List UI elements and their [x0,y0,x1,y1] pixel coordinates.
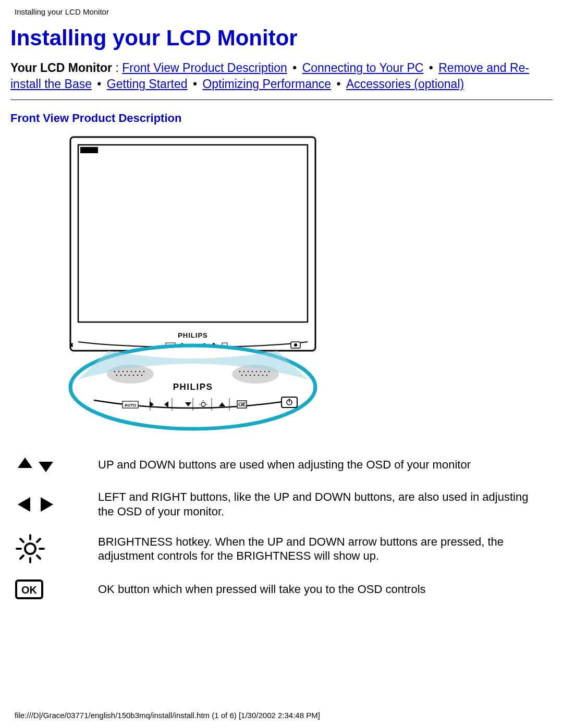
svg-point-35 [246,375,247,376]
svg-point-39 [262,375,263,376]
svg-point-31 [260,371,261,372]
svg-point-22 [129,375,130,376]
svg-line-64 [37,539,40,542]
svg-point-29 [252,371,253,372]
svg-point-27 [243,371,244,372]
legend-row-updown: UP and DOWN buttons are used when adjust… [10,447,553,483]
svg-point-33 [268,371,270,372]
svg-point-14 [127,371,128,372]
svg-line-65 [20,556,23,559]
svg-point-21 [125,375,126,376]
page-title: Installing your LCD Monitor [10,26,563,51]
brightness-icon [15,533,46,564]
monitor-figure: PHILIPS [0,134,563,431]
svg-point-36 [250,375,251,376]
link-getting-started[interactable]: Getting Started [107,77,188,91]
svg-point-7 [294,343,297,347]
up-down-icon [15,454,56,475]
svg-text:OK: OK [21,584,38,596]
bullet-separator: • [423,61,438,75]
svg-point-30 [256,371,257,372]
svg-point-16 [135,371,136,372]
link-connecting[interactable]: Connecting to Your PC [302,61,424,75]
svg-point-37 [254,375,255,376]
document-page: Installing your LCD Monitor Installing y… [0,0,563,728]
svg-point-11 [114,371,115,372]
brand-label-top: PHILIPS [178,331,208,339]
footer-file-path: file:///D|/Grace/03771/english/150b3mq/i… [15,711,320,720]
link-accessories[interactable]: Accessories (optional) [346,77,464,91]
horizontal-rule [10,100,553,100]
legend-table: UP and DOWN buttons are used when adjust… [10,447,553,607]
svg-point-25 [141,375,142,376]
header-doc-title: Installing your LCD Monitor [0,0,563,16]
svg-point-19 [116,375,117,376]
link-front-view[interactable]: Front View Product Description [122,61,287,75]
svg-point-24 [137,375,138,376]
svg-point-18 [143,371,144,372]
legend-desc: BRIGHTNESS hotkey. When the UP and DOWN … [93,526,553,572]
bullet-separator: • [188,77,203,91]
svg-point-15 [131,371,132,372]
svg-point-23 [133,375,134,376]
legend-desc: UP and DOWN buttons are used when adjust… [93,447,553,483]
svg-line-62 [20,539,23,542]
svg-point-26 [239,371,240,372]
svg-point-32 [264,371,265,372]
svg-point-12 [118,371,119,372]
svg-point-40 [266,375,267,376]
legend-row-ok: OK OK button which when pressed will tak… [10,572,553,607]
svg-line-63 [37,556,40,559]
auto-button-label: AUTO [125,403,137,408]
svg-point-17 [139,371,140,372]
svg-point-28 [248,371,249,372]
legend-row-leftright: LEFT and RIGHT buttons, like the UP and … [10,483,553,526]
intro-colon: : [112,61,122,75]
intro-label: Your LCD Monitor [10,61,112,75]
bullet-separator: • [92,77,107,91]
svg-point-57 [25,544,35,554]
bullet-separator: • [287,61,302,75]
legend-row-brightness: BRIGHTNESS hotkey. When the UP and DOWN … [10,526,553,572]
svg-rect-2 [80,147,98,153]
svg-point-20 [120,375,121,376]
legend-desc: OK button which when pressed will take y… [93,572,553,607]
monitor-illustration-svg: PHILIPS [63,134,323,431]
svg-rect-1 [78,145,308,322]
brand-label-zoom: PHILIPS [173,382,213,392]
svg-point-38 [258,375,259,376]
left-right-icon [15,494,56,515]
section-heading: Front View Product Description [10,112,563,125]
svg-point-34 [241,375,242,376]
link-optimizing[interactable]: Optimizing Performance [202,77,331,91]
ok-icon: OK [15,579,44,600]
svg-point-13 [123,371,124,372]
legend-desc: LEFT and RIGHT buttons, like the UP and … [93,483,553,526]
intro-paragraph: Your LCD Monitor : Front View Product De… [10,60,553,92]
bullet-separator: • [331,77,346,91]
